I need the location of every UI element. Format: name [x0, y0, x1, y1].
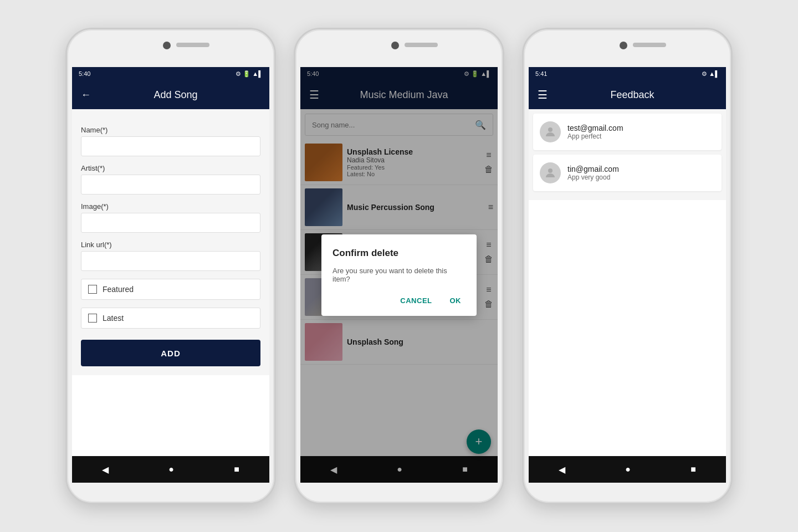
speaker-bar [176, 43, 209, 47]
screen-2: 5:40 ⚙ 🔋 ▲▌ ☰ Music Medium Java 🔍 Unspla… [300, 67, 498, 483]
feedback-screen: test@gmail.com App perfect tin@gmail.com… [529, 109, 726, 456]
dialog-message: Are you sure you want to delete this ite… [332, 267, 466, 283]
status-icons-3: ⚙ ▲▌ [702, 70, 719, 78]
appbar-title-3: Feedback [548, 89, 717, 101]
feedback-item-2: tin@gmail.com App very good [533, 155, 722, 191]
status-time-3: 5:41 [535, 70, 547, 77]
phone-3: 5:41 ⚙ ▲▌ ☰ Feedback test@gmail.com App … [522, 28, 733, 504]
screen-1: 5:40 ⚙ 🔋 ▲▌ ← Add Song Name(*) Artist(*)… [72, 67, 269, 483]
speaker-bar-2 [405, 43, 438, 47]
dialog-ok-button[interactable]: OK [446, 294, 466, 307]
add-song-button[interactable]: ADD [81, 340, 260, 366]
appbar-1: ← Add Song [72, 80, 269, 109]
nav-recent-1[interactable]: ■ [229, 460, 244, 479]
nav-back-3[interactable]: ◀ [554, 460, 570, 479]
nav-home-3[interactable]: ● [621, 460, 635, 479]
screen-3: 5:41 ⚙ ▲▌ ☰ Feedback test@gmail.com App … [529, 67, 726, 483]
camera-dot [163, 42, 171, 49]
speaker-bar-3 [633, 43, 666, 47]
feedback-avatar-1 [540, 121, 561, 142]
dialog-overlay: Confirm delete Are you sure you want to … [300, 67, 498, 483]
appbar-3: ☰ Feedback [529, 80, 726, 109]
feedback-text-2: App very good [567, 173, 619, 181]
hamburger-icon-3[interactable]: ☰ [538, 88, 548, 101]
featured-label: Featured [103, 285, 134, 294]
feedback-info-2: tin@gmail.com App very good [567, 165, 619, 181]
nav-recent-3[interactable]: ■ [686, 460, 700, 479]
add-song-form: Name(*) Artist(*) Image(*) Link url(*) F… [72, 109, 269, 456]
status-bar-3: 5:41 ⚙ ▲▌ [529, 67, 726, 80]
feedback-list: test@gmail.com App perfect tin@gmail.com… [529, 109, 726, 200]
svg-point-0 [548, 127, 553, 132]
status-icons-1: ⚙ 🔋 ▲▌ [236, 70, 263, 78]
nav-home-1[interactable]: ● [164, 460, 178, 479]
phone-2: 5:40 ⚙ 🔋 ▲▌ ☰ Music Medium Java 🔍 Unspla… [294, 28, 504, 504]
appbar-title-1: Add Song [91, 89, 260, 101]
svg-point-1 [548, 168, 553, 173]
phone-footer-1 [67, 483, 274, 503]
dialog-cancel-button[interactable]: CANCEL [396, 294, 436, 307]
feedback-email-2: tin@gmail.com [567, 165, 619, 173]
feedback-text-1: App perfect [567, 132, 623, 140]
latest-row: Latest [81, 308, 260, 329]
artist-label: Artist(*) [81, 164, 260, 172]
bottom-nav-3: ◀ ● ■ [529, 456, 726, 483]
featured-checkbox[interactable] [88, 285, 97, 294]
featured-row: Featured [81, 279, 260, 300]
image-input[interactable] [81, 213, 260, 233]
status-time-1: 5:40 [79, 70, 90, 77]
feedback-info-1: test@gmail.com App perfect [567, 124, 623, 140]
name-input[interactable] [81, 136, 260, 156]
nav-back-1[interactable]: ◀ [98, 460, 113, 479]
camera-dot-3 [620, 42, 627, 49]
confirm-dialog: Confirm delete Are you sure you want to … [321, 234, 477, 316]
feedback-avatar-2 [540, 162, 561, 183]
bottom-nav-1: ◀ ● ■ [72, 456, 269, 483]
linkurl-label: Link url(*) [81, 241, 260, 249]
dialog-actions: CANCEL OK [332, 294, 466, 307]
latest-label: Latest [103, 314, 124, 323]
phone-footer-2 [295, 483, 503, 503]
artist-input[interactable] [81, 175, 260, 195]
status-bar-1: 5:40 ⚙ 🔋 ▲▌ [72, 67, 269, 80]
name-label: Name(*) [81, 126, 260, 134]
phone-footer-3 [524, 483, 731, 503]
phone-1: 5:40 ⚙ 🔋 ▲▌ ← Add Song Name(*) Artist(*)… [65, 28, 276, 504]
feedback-item-1: test@gmail.com App perfect [533, 114, 722, 150]
feedback-email-1: test@gmail.com [567, 124, 623, 132]
latest-checkbox[interactable] [88, 314, 97, 323]
form-body: Name(*) Artist(*) Image(*) Link url(*) F… [72, 109, 269, 375]
linkurl-input[interactable] [81, 251, 260, 271]
dialog-title: Confirm delete [332, 248, 466, 259]
camera-dot-2 [391, 42, 399, 49]
back-icon[interactable]: ← [81, 89, 91, 101]
image-label: Image(*) [81, 202, 260, 211]
